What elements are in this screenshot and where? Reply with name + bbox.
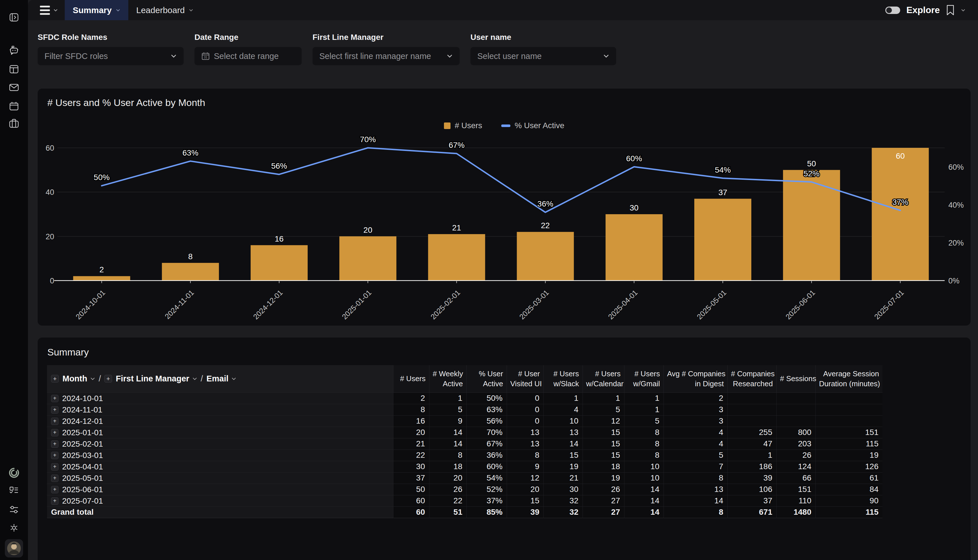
row-month-label: 2025-03-01: [62, 451, 103, 460]
filter-input-date-range[interactable]: 31Select date range: [194, 47, 302, 65]
expand-row-button[interactable]: +: [51, 463, 59, 470]
table-cell: 12: [507, 472, 543, 484]
column-header[interactable]: Avg # Companiesin Digest: [664, 365, 727, 393]
table-cell: 19: [582, 472, 624, 484]
explore-toggle[interactable]: [885, 7, 900, 14]
bar-2025-02-01[interactable]: [428, 234, 485, 280]
table-cell: 203: [776, 438, 816, 450]
chevron-down-icon: [116, 8, 120, 13]
expand-row-button[interactable]: +: [51, 452, 59, 459]
table-cell: 19: [816, 450, 883, 461]
table-cell: 30: [393, 461, 429, 472]
filter-input-first-line-manager[interactable]: Select first line manager name: [313, 47, 460, 65]
summary-table-card: Summary +Month/+First Line Manager/Email…: [38, 338, 971, 560]
bar-2025-01-01[interactable]: [339, 237, 396, 280]
chevron-down-icon[interactable]: [961, 8, 965, 13]
checklist-icon[interactable]: [8, 485, 20, 497]
row-month-label: 2025-05-01: [62, 474, 103, 483]
expand-row-button[interactable]: +: [51, 497, 59, 505]
bar-2025-07-01[interactable]: [872, 148, 929, 280]
column-header[interactable]: Average SessionDuration (minutes): [816, 365, 883, 393]
column-header[interactable]: # CompaniesResearched: [727, 365, 776, 393]
table-cell: 1: [727, 450, 776, 461]
bar-value-label: 22: [541, 221, 550, 230]
bar-value-label: 2: [100, 265, 104, 274]
expand-row-button[interactable]: +: [51, 429, 59, 437]
column-group-label[interactable]: First Line Manager: [116, 374, 189, 383]
tab-summary[interactable]: Summary: [65, 0, 128, 20]
bar-value-label: 37: [718, 188, 727, 197]
column-header[interactable]: # Usersw/Calendar: [582, 365, 624, 393]
table-cell: 14: [624, 495, 664, 507]
bar-2024-12-01[interactable]: [251, 245, 308, 280]
expand-row-button[interactable]: +: [51, 440, 59, 448]
table-cell: 63%: [466, 404, 507, 415]
robot-chat-icon[interactable]: [8, 45, 20, 57]
line-value-label: 63%: [182, 148, 199, 157]
chevron-down-icon[interactable]: [90, 376, 95, 382]
expand-column-button[interactable]: +: [104, 375, 112, 383]
sliders-icon[interactable]: [8, 504, 20, 515]
column-header[interactable]: % UserActive: [466, 365, 507, 393]
column-header[interactable]: # Usersw/Slack: [543, 365, 582, 393]
table-cell: 8: [507, 450, 543, 461]
column-header[interactable]: # WeeklyActive: [429, 365, 466, 393]
expand-row-button[interactable]: +: [51, 406, 59, 413]
bar-2024-10-01[interactable]: [73, 276, 130, 280]
bar-value-label: 50: [807, 159, 816, 168]
briefcase-icon[interactable]: [8, 118, 20, 129]
column-header[interactable]: # Sessions: [776, 365, 816, 393]
column-header[interactable]: # Usersw/Gmail: [624, 365, 664, 393]
bar-2024-11-01[interactable]: [162, 263, 219, 280]
tab-summary-label: Summary: [73, 5, 112, 15]
calendar-icon[interactable]: [8, 100, 20, 112]
bar-2025-06-01[interactable]: [783, 170, 840, 280]
menu-button[interactable]: [28, 0, 65, 20]
filter-input-sfdc-role-names[interactable]: Filter SFDC roles: [38, 47, 184, 65]
filter-input-user-name[interactable]: Select user name: [470, 47, 616, 65]
table-cell: 14: [624, 484, 664, 495]
bookmark-icon[interactable]: [946, 5, 955, 16]
table-cell: 800: [776, 427, 816, 438]
user-avatar-icon[interactable]: [5, 539, 23, 557]
row-name-cell: +2024-10-01: [47, 393, 393, 404]
bar-2025-03-01[interactable]: [517, 232, 574, 280]
dashboard-layout-icon[interactable]: [8, 63, 20, 75]
row-month-label: 2025-04-01: [62, 462, 103, 471]
expand-row-button[interactable]: +: [51, 486, 59, 493]
bar-value-label: 30: [630, 203, 639, 212]
table-cell: 39: [727, 472, 776, 484]
line-series[interactable]: [102, 148, 900, 212]
column-group-label[interactable]: Month: [62, 374, 87, 383]
table-cell: 60: [393, 495, 429, 507]
chevron-down-icon[interactable]: [192, 376, 197, 382]
expand-row-button[interactable]: +: [51, 418, 59, 425]
chevron-down-icon[interactable]: [231, 376, 236, 382]
x-axis-label: 2025-04-01: [607, 288, 639, 321]
row-month-label: 2025-01-01: [62, 428, 103, 437]
gear-icon[interactable]: [8, 522, 20, 533]
table-cell: 671: [727, 507, 776, 518]
expand-row-button[interactable]: +: [51, 475, 59, 482]
bar-value-label: 16: [274, 235, 283, 243]
bar-2025-04-01[interactable]: [605, 214, 663, 280]
filter-placeholder: Select date range: [214, 52, 279, 61]
filter-label: Date Range: [194, 33, 302, 42]
column-header[interactable]: # UserVisited UI: [507, 365, 543, 393]
bar-value-label: 8: [188, 252, 193, 261]
bar-2025-05-01[interactable]: [694, 199, 751, 280]
filter-placeholder: Select user name: [477, 52, 542, 61]
tab-leaderboard[interactable]: Leaderboard: [128, 0, 201, 20]
progress-rings-icon[interactable]: [8, 467, 20, 478]
table-cell: 2: [664, 393, 727, 404]
left-axis-label: 0: [50, 277, 54, 285]
explore-label: Explore: [906, 5, 940, 15]
column-group-label[interactable]: Email: [206, 374, 228, 383]
table-cell: 4: [543, 404, 582, 415]
panel-expand-icon[interactable]: [8, 12, 20, 23]
mail-icon[interactable]: [8, 82, 20, 93]
column-header[interactable]: # Users: [393, 365, 429, 393]
expand-row-button[interactable]: +: [51, 395, 59, 402]
expand-column-button[interactable]: +: [51, 375, 59, 383]
table-cell: 18: [429, 461, 466, 472]
